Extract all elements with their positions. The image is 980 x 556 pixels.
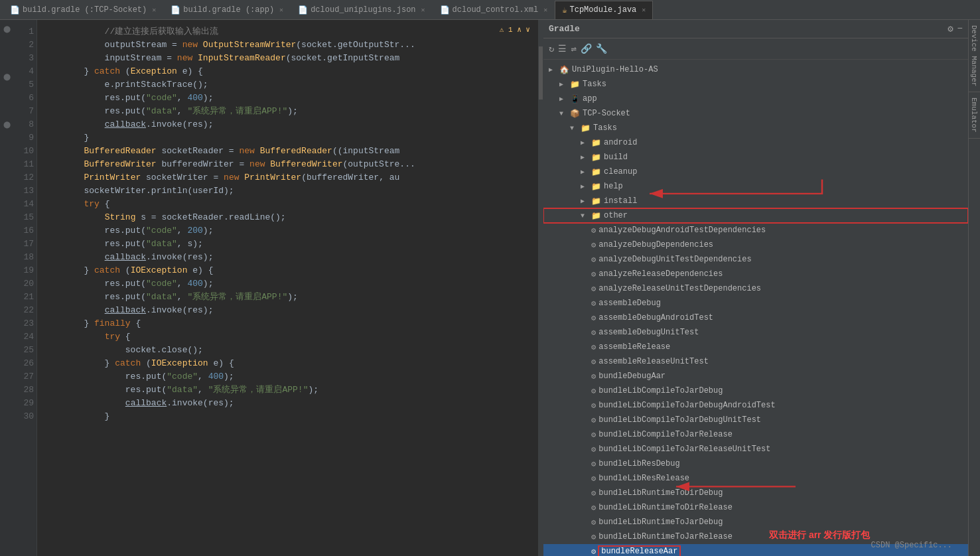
tree-arrow: ▶ (581, 153, 591, 161)
tab-close-btn[interactable]: ✕ (152, 6, 156, 14)
tree-item-label: analyzeReleaseUnitTestDependencies (598, 284, 761, 293)
tree-item-task[interactable]: ⚙ bundleLibCompileToJarDebugUnitTest (543, 413, 968, 427)
task-icon: ⚙ (591, 328, 596, 338)
task-icon: ⚙ (591, 415, 596, 425)
gradle-header-actions: ⚙ − (947, 23, 963, 35)
code-line: outputStream = new OutputStreamWriter(so… (42, 38, 538, 52)
task-icon: ⚙ (591, 284, 596, 294)
tree-item-task[interactable]: ⚙ assembleReleaseUnitTest (543, 354, 968, 369)
tab-close-btn[interactable]: ✕ (421, 6, 425, 14)
tab-icon: 📄 (440, 5, 450, 15)
tab-close-btn[interactable]: ✕ (543, 6, 547, 14)
tab-close-btn[interactable]: ✕ (279, 6, 283, 14)
tab-close-btn[interactable]: ✕ (642, 6, 646, 14)
sync-icon[interactable]: ↻ (549, 43, 554, 54)
list-icon[interactable]: ☰ (558, 43, 567, 54)
tree-item-tasks-top[interactable]: ▶ 📁 Tasks (543, 77, 968, 92)
tree-arrow: ▶ (581, 197, 591, 205)
tree-item-task[interactable]: ⚙ bundleLibCompileToJarDebug (543, 383, 968, 398)
tree-item-task[interactable]: ⚙ assembleDebugAndroidTest (543, 311, 968, 325)
tree-item-tasks-tcp[interactable]: ▼ 📁 Tasks (543, 121, 968, 135)
main-area: ⬤ ⬤ ⬤ ⚠ 1 ∧ ∨ 1 2 3 4 5 6 7 8 9 10 11 12… (0, 20, 980, 556)
tab-build-gradle-tcp[interactable]: 📄 build.gradle (:TCP-Socket) ✕ (3, 1, 163, 19)
tree-item-task[interactable]: ⚙ analyzeReleaseUnitTestDependencies (543, 281, 968, 296)
code-line: callback.invoke(res); (42, 118, 538, 131)
tree-item-task[interactable]: ⚙ bundleLibRuntimeToDirDebug (543, 486, 968, 500)
link-icon[interactable]: 🔗 (581, 43, 592, 54)
tree-item-task[interactable]: ⚙ bundleDebugAar (543, 369, 968, 383)
wrench-icon[interactable]: 🔧 (596, 43, 607, 54)
breakpoint-icon[interactable]: ⬤ (3, 25, 11, 33)
tab-icon: 📄 (171, 5, 180, 15)
tab-device-manager[interactable]: Device Manager (969, 20, 980, 92)
tree-item-task[interactable]: ⚙ bundleLibRuntimeToJarDebug (543, 515, 968, 529)
gutter-icon-3[interactable]: ⬤ (3, 121, 11, 129)
task-icon: ⚙ (591, 226, 596, 236)
tree-item-task[interactable]: ⚙ assembleDebug (543, 296, 968, 311)
tree-item-task[interactable]: ⚙ analyzeDebugDependencies (543, 238, 968, 252)
tree-item-label: build (604, 153, 628, 162)
tree-item-task[interactable]: ⚙ assembleDebugUnitTest (543, 325, 968, 340)
tree-item-label: assembleRelease (598, 342, 670, 352)
code-line: try { (42, 330, 538, 344)
task-icon: ⚙ (591, 357, 596, 367)
tree-item-task[interactable]: ⚙ bundleLibResDebug (543, 456, 968, 471)
folder-icon: 📁 (591, 138, 601, 148)
code-line: } catch (Exception e) { (42, 65, 538, 78)
tree-arrow: ▶ (549, 66, 559, 74)
tree-item-task[interactable]: ⚙ analyzeDebugUnitTestDependencies (543, 252, 968, 267)
tree-arrow: ▶ (581, 182, 591, 190)
code-line: BufferedWriter bufferedWriter = new Buff… (42, 158, 538, 171)
code-line: } (42, 131, 538, 145)
gutter-icon-2[interactable]: ⬤ (3, 73, 11, 81)
settings-gear-icon[interactable]: ⚙ (947, 23, 953, 35)
tab-dcloud-uni[interactable]: 📄 dcloud_uniplugins.json ✕ (291, 1, 432, 19)
close-panel-icon[interactable]: − (957, 23, 963, 35)
code-line: callback.invoke(res); (42, 251, 538, 264)
code-line: res.put("data", "系统异常，请重启APP!"); (42, 291, 538, 304)
tree-arrow: ▶ (581, 139, 591, 147)
code-line: } finally { (42, 317, 538, 330)
tree-item-task[interactable]: ⚙ analyzeDebugAndroidTestDependencies (543, 223, 968, 238)
tree-item-build[interactable]: ▶ 📁 build (543, 150, 968, 165)
tab-emulator[interactable]: Emulator (969, 92, 980, 139)
editor-content[interactable]: ⚠ 1 ∧ ∨ 1 2 3 4 5 6 7 8 9 10 11 12 13 14… (13, 20, 543, 556)
tree-item-uniplugin[interactable]: ▶ 🏠 UniPlugin-Hello-AS (543, 62, 968, 77)
tab-tcp-module[interactable]: ☕ TcpModule.java ✕ (555, 1, 653, 19)
split-icon[interactable]: ⇌ (571, 43, 576, 54)
gradle-panel: Gradle ⚙ − ↻ ☰ ⇌ 🔗 🔧 ▶ 🏠 UniPlugin-Hello… (543, 20, 968, 556)
tree-item-task[interactable]: ⚙ analyzeReleaseDependencies (543, 267, 968, 281)
code-line: e.printStackTrace(); (42, 78, 538, 92)
tree-item-help[interactable]: ▶ 📁 help (543, 179, 968, 194)
task-icon: ⚙ (591, 299, 596, 309)
tree-item-task[interactable]: ⚙ bundleLibResRelease (543, 471, 968, 486)
tree-item-tcp-socket[interactable]: ▼ 📦 TCP-Socket (543, 106, 968, 121)
scrollbar[interactable] (538, 20, 543, 556)
gradle-toolbar: ↻ ☰ ⇌ 🔗 🔧 (543, 38, 968, 60)
tree-item-label: analyzeDebugUnitTestDependencies (598, 255, 751, 264)
tree-item-task[interactable]: ⚙ bundleLibCompileToJarDebugAndroidTest (543, 398, 968, 413)
tree-item-label: app (583, 94, 597, 104)
folder-icon: 📁 (591, 196, 601, 206)
tree-item-android[interactable]: ▶ 📁 android (543, 135, 968, 150)
tree-item-label: install (604, 196, 637, 206)
tree-item-app[interactable]: ▶ 📱 app (543, 92, 968, 106)
code-editor[interactable]: //建立连接后获取输入输出流 outputStream = new Output… (37, 20, 543, 556)
task-icon: ⚙ (591, 372, 596, 382)
tree-item-label: bundleLibCompileToJarDebugUnitTest (598, 415, 761, 425)
task-icon: ⚙ (591, 255, 596, 265)
left-gutter: ⬤ ⬤ ⬤ (0, 20, 13, 556)
tree-item-cleanup[interactable]: ▶ 📁 cleanup (543, 165, 968, 179)
tree-item-task[interactable]: ⚙ bundleLibCompileToJarRelease (543, 427, 968, 442)
gradle-tree[interactable]: ▶ 🏠 UniPlugin-Hello-AS ▶ 📁 Tasks ▶ 📱 app (543, 60, 968, 556)
tree-item-task[interactable]: ⚙ assembleRelease (543, 340, 968, 354)
tab-dcloud-control[interactable]: 📄 dcloud_control.xml ✕ (433, 1, 555, 19)
tree-arrow: ▼ (570, 125, 581, 132)
tree-item-label: bundleDebugAar (598, 372, 665, 381)
tree-item-task[interactable]: ⚙ bundleLibRuntimeToDirRelease (543, 500, 968, 515)
tab-build-gradle-app[interactable]: 📄 build.gradle (:app) ✕ (163, 1, 291, 19)
tree-item-install[interactable]: ▶ 📁 install (543, 194, 968, 208)
tree-item-other[interactable]: ▼ 📁 other (543, 208, 968, 223)
tree-item-task[interactable]: ⚙ bundleLibCompileToJarReleaseUnitTest (543, 442, 968, 456)
tree-item-label: help (604, 182, 623, 191)
